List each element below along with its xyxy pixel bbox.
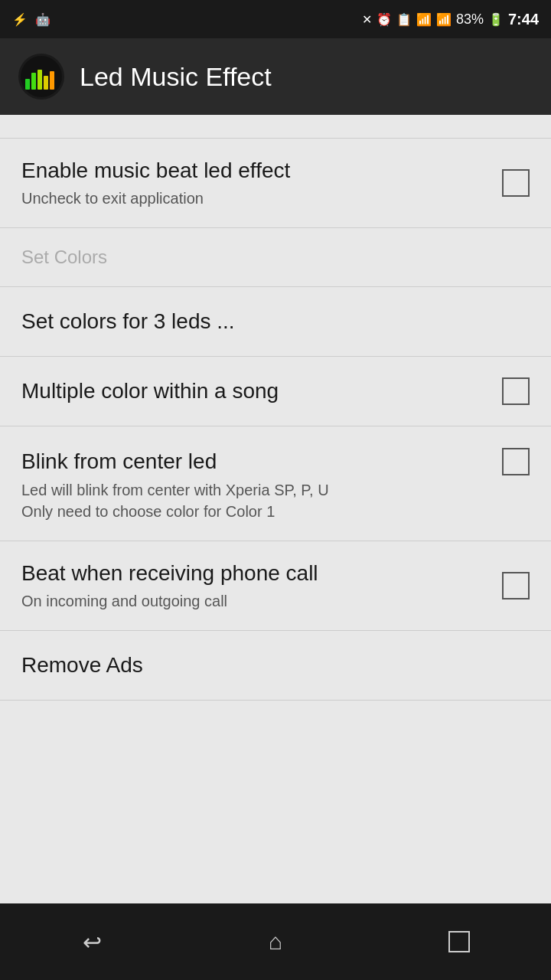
section-header-set-colors: Set Colors xyxy=(0,228,551,286)
setting-text-blink: Blink from center led Led will blink fro… xyxy=(21,448,502,521)
battery-icon: 🔋 xyxy=(488,12,504,27)
nav-recents-button[interactable] xyxy=(429,919,490,965)
divider-7 xyxy=(0,700,551,701)
setting-text-beat-call: Beat when receiving phone call On incomi… xyxy=(21,560,502,612)
setting-remove-ads[interactable]: Remove Ads xyxy=(0,631,551,700)
setting-title-blink: Blink from center led xyxy=(21,448,487,475)
setting-multiple-color[interactable]: Multiple color within a song xyxy=(0,357,551,426)
checkbox-beat-call[interactable] xyxy=(502,572,530,599)
home-icon: ⌂ xyxy=(269,929,282,955)
status-bar-left: ⚡ 🤖 xyxy=(12,12,51,27)
setting-text-3leds: Set colors for 3 leds ... xyxy=(21,308,530,335)
setting-beat-phone-call[interactable]: Beat when receiving phone call On incomi… xyxy=(0,541,551,630)
nav-home-button[interactable]: ⌂ xyxy=(245,919,306,965)
setting-text-remove-ads: Remove Ads xyxy=(21,652,530,679)
nfc-icon: 📋 xyxy=(396,12,412,27)
nav-back-button[interactable]: ↩ xyxy=(61,919,122,965)
setting-title-multiple-color: Multiple color within a song xyxy=(21,377,487,405)
mute-icon: ✕ xyxy=(362,12,372,27)
alarm-icon: ⏰ xyxy=(377,12,392,27)
checkbox-multiple-color[interactable] xyxy=(502,377,530,405)
wifi-icon: 📶 xyxy=(416,12,432,27)
main-content: Enable music beat led effect Uncheck to … xyxy=(0,115,551,903)
back-icon: ↩ xyxy=(83,929,102,956)
setting-subtitle-enable: Uncheck to exit application xyxy=(21,188,487,209)
app-logo xyxy=(18,54,64,100)
setting-set-colors-3-leds[interactable]: Set colors for 3 leds ... xyxy=(0,287,551,356)
setting-text-multiple-color: Multiple color within a song xyxy=(21,377,502,405)
app-header: Led Music Effect xyxy=(0,38,551,115)
svg-rect-3 xyxy=(37,70,42,90)
status-time: 7:44 xyxy=(508,11,539,28)
svg-rect-2 xyxy=(31,73,36,90)
android-icon: 🤖 xyxy=(35,12,51,27)
battery-percent: 83% xyxy=(456,11,484,28)
section-header-title: Set Colors xyxy=(21,247,530,268)
setting-title-3leds: Set colors for 3 leds ... xyxy=(21,308,514,335)
signal-icon: 📶 xyxy=(436,12,452,27)
setting-text-enable: Enable music beat led effect Uncheck to … xyxy=(21,157,502,209)
setting-title-beat-call: Beat when receiving phone call xyxy=(21,560,487,587)
setting-title-remove-ads: Remove Ads xyxy=(21,652,514,679)
recents-icon xyxy=(448,931,470,952)
svg-rect-1 xyxy=(25,79,30,90)
setting-subtitle-beat-call: On incoming and outgoing call xyxy=(21,590,487,612)
checkbox-enable-music[interactable] xyxy=(502,169,530,197)
status-bar-right: ✕ ⏰ 📋 📶 📶 83% 🔋 7:44 xyxy=(362,11,539,28)
svg-rect-5 xyxy=(50,71,54,90)
bottom-nav: ↩ ⌂ xyxy=(0,903,551,980)
setting-blink-center[interactable]: Blink from center led Led will blink fro… xyxy=(0,426,551,540)
app-title: Led Music Effect xyxy=(80,62,272,92)
setting-title-enable: Enable music beat led effect xyxy=(21,157,487,185)
setting-subtitle-blink: Led will blink from center with Xperia S… xyxy=(21,479,487,522)
status-bar: ⚡ 🤖 ✕ ⏰ 📋 📶 📶 83% 🔋 7:44 xyxy=(0,0,551,38)
svg-rect-4 xyxy=(44,76,48,90)
setting-enable-music-beat[interactable]: Enable music beat led effect Uncheck to … xyxy=(0,139,551,227)
usb-icon: ⚡ xyxy=(12,12,28,27)
checkbox-blink-center[interactable] xyxy=(502,448,530,475)
